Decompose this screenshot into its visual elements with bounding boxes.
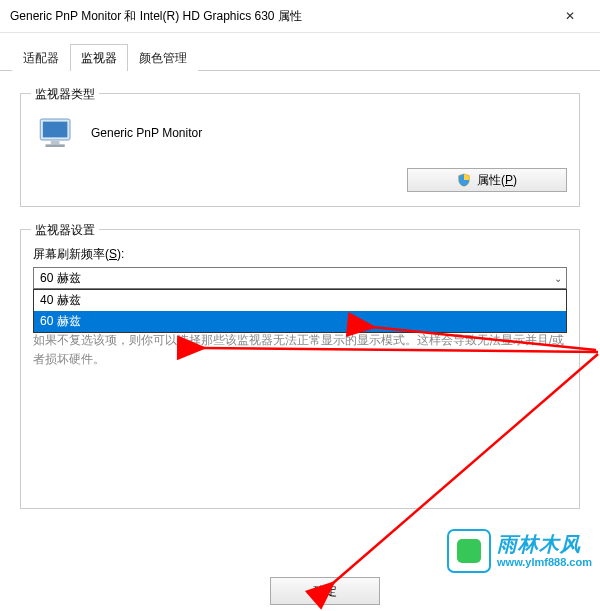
watermark-title: 雨林木风 — [497, 533, 592, 556]
shield-icon — [457, 173, 471, 187]
dialog-button-row: 确定 — [0, 577, 600, 605]
refresh-rate-value: 60 赫兹 — [40, 270, 81, 287]
tab-color-management[interactable]: 颜色管理 — [128, 44, 198, 71]
tab-content: 监视器类型 Generic PnP Monitor — [0, 71, 600, 521]
watermark-logo-icon — [447, 529, 491, 573]
svg-rect-1 — [43, 122, 68, 138]
monitor-name: Generic PnP Monitor — [91, 126, 202, 140]
window-title: Generic PnP Monitor 和 Intel(R) HD Graphi… — [10, 8, 550, 25]
hide-unsupported-hint: 如果不复选该项，则你可以选择那些该监视器无法正常显示的显示模式。这样会导致无法显… — [33, 331, 567, 369]
dropdown-item-60hz[interactable]: 60 赫兹 — [34, 311, 566, 332]
dropdown-item-40hz[interactable]: 40 赫兹 — [34, 290, 566, 311]
tab-strip: 适配器 监视器 颜色管理 — [0, 33, 600, 71]
watermark-url: www.ylmf888.com — [497, 556, 592, 569]
svg-rect-3 — [46, 144, 65, 147]
group-monitor-settings: 监视器设置 屏幕刷新频率(S): 60 赫兹 ⌄ 40 赫兹 60 赫兹 如果不… — [20, 229, 580, 509]
group-monitor-settings-legend: 监视器设置 — [31, 222, 99, 239]
title-bar: Generic PnP Monitor 和 Intel(R) HD Graphi… — [0, 0, 600, 33]
svg-rect-2 — [51, 141, 60, 145]
close-button[interactable]: ✕ — [550, 2, 590, 30]
chevron-down-icon: ⌄ — [554, 273, 562, 284]
monitor-row: Generic PnP Monitor — [33, 110, 567, 162]
properties-button-label: 属性(P) — [477, 172, 517, 189]
group-monitor-type: 监视器类型 Generic PnP Monitor — [20, 93, 580, 207]
close-icon: ✕ — [565, 9, 575, 23]
refresh-rate-label: 屏幕刷新频率(S): — [33, 246, 567, 263]
refresh-rate-dropdown: 40 赫兹 60 赫兹 — [33, 289, 567, 333]
properties-button[interactable]: 属性(P) — [407, 168, 567, 192]
watermark: 雨林木风 www.ylmf888.com — [447, 529, 592, 573]
refresh-rate-combobox[interactable]: 60 赫兹 ⌄ 40 赫兹 60 赫兹 — [33, 267, 567, 289]
tab-monitor[interactable]: 监视器 — [70, 44, 128, 71]
monitor-icon — [35, 112, 77, 154]
ok-button[interactable]: 确定 — [270, 577, 380, 605]
tab-adapter[interactable]: 适配器 — [12, 44, 70, 71]
group-monitor-type-legend: 监视器类型 — [31, 86, 99, 103]
